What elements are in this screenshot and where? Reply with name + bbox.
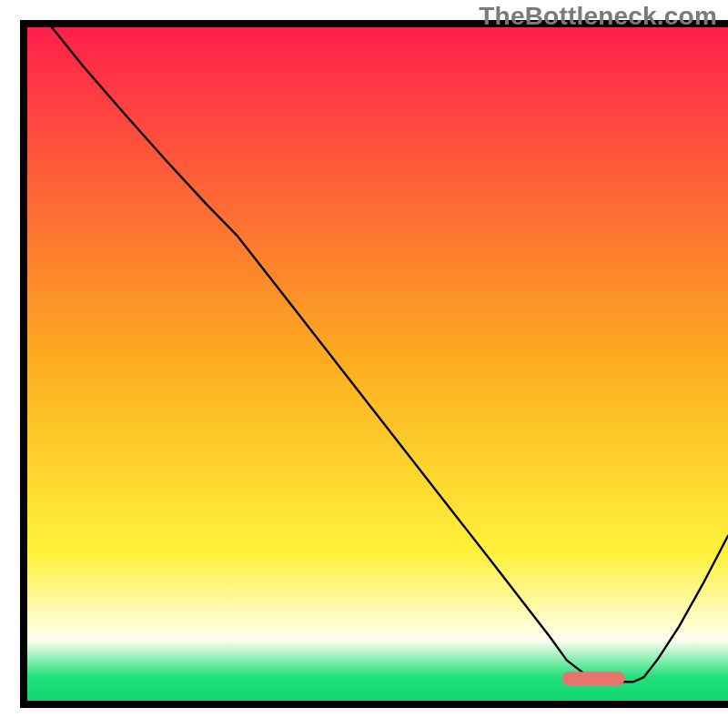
gradient-background bbox=[27, 27, 728, 701]
chart-svg bbox=[0, 0, 728, 728]
chart-container: TheBottleneck.com bbox=[0, 0, 728, 728]
optimal-marker bbox=[562, 672, 625, 685]
top-axis-line bbox=[20, 20, 728, 27]
plot-area bbox=[20, 20, 728, 708]
y-axis-line bbox=[20, 20, 27, 708]
x-axis-line bbox=[20, 701, 728, 708]
